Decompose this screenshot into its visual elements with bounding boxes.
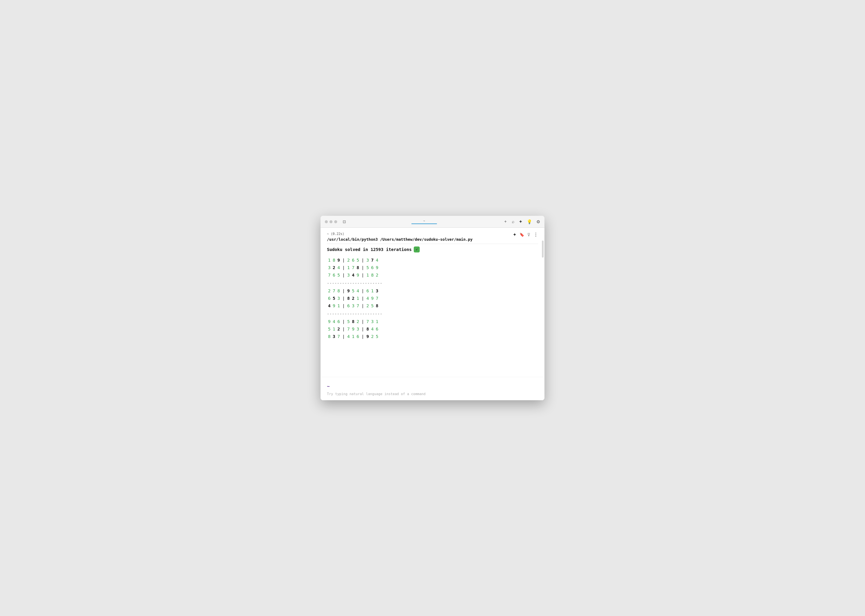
cell: 3	[327, 264, 332, 271]
cell: 1	[375, 318, 379, 325]
bookmark-icon[interactable]: 🔖	[519, 233, 524, 237]
cell: 1	[327, 257, 332, 264]
sudoku-row-2: 3 2 4 | 1 7 8 | 5 6 9	[327, 264, 538, 271]
cell: 2	[327, 288, 332, 294]
cell-pipe: |	[341, 264, 346, 271]
cell: 2	[336, 325, 341, 333]
cell: 9	[370, 295, 375, 302]
cell: 3	[375, 288, 379, 294]
cell-pipe: |	[360, 333, 365, 340]
cell: 3	[351, 302, 355, 310]
cell-pipe: |	[360, 295, 365, 302]
cell: 7	[370, 257, 375, 264]
cell-pipe: |	[360, 325, 365, 333]
cell: 4	[327, 302, 332, 310]
cell: 9	[327, 318, 332, 325]
command-text: /usr/local/bin/python3 /Users/matthew/de…	[327, 237, 473, 242]
cell: 5	[327, 325, 332, 333]
cell: 8	[370, 272, 375, 279]
cell-pipe: |	[341, 325, 346, 333]
search-icon[interactable]: ⌕	[512, 219, 514, 224]
cell: 8	[375, 302, 379, 310]
scrollbar[interactable]	[542, 240, 544, 258]
cell-pipe: |	[341, 333, 346, 340]
bulb-icon[interactable]: 💡	[527, 219, 532, 224]
prompt-symbol: ~	[327, 383, 538, 389]
cell: 5	[346, 318, 351, 325]
tab-underline	[411, 223, 437, 224]
cell: 2	[375, 272, 379, 279]
cell: 2	[351, 295, 355, 302]
minimize-button[interactable]	[329, 220, 332, 223]
cell: 5	[336, 272, 341, 279]
cell: 2	[355, 318, 360, 325]
cell: 4	[346, 333, 351, 340]
cell: 2	[365, 302, 370, 310]
active-tab[interactable]: ~	[411, 219, 437, 224]
tab-bar: ~	[349, 219, 499, 224]
sudoku-row-1: 1 8 9 | 2 6 5 | 3 7 4	[327, 257, 538, 264]
cell-pipe: |	[360, 302, 365, 310]
cell: 1	[355, 295, 360, 302]
cell: 3	[332, 333, 336, 340]
dashes-1: ----------------------	[327, 280, 538, 286]
new-tab-button[interactable]: +	[502, 218, 508, 225]
titlebar-actions: ⌕ ✦ 💡 ⚙	[512, 219, 540, 225]
cell-pipe: |	[360, 257, 365, 264]
cell-pipe: |	[341, 272, 346, 279]
cell: 7	[355, 302, 360, 310]
cell: 3	[336, 295, 341, 302]
cell: 2	[370, 333, 375, 340]
timing-text: ~ (0.22s)	[327, 232, 473, 236]
terminal-output: ~ (0.22s) /usr/local/bin/python3 /Users/…	[321, 228, 544, 377]
titlebar: ⊡ ~ + ⌕ ✦ 💡 ⚙	[321, 216, 544, 228]
sudoku-row-7: 9 4 6 | 5 8 2 | 7 3 1	[327, 318, 538, 325]
cell: 1	[336, 302, 341, 310]
filter-icon[interactable]: ⊽	[527, 232, 530, 237]
tab-label: ~	[423, 219, 425, 223]
cell: 5	[351, 288, 355, 294]
cell: 5	[375, 333, 379, 340]
cell: 1	[351, 333, 355, 340]
close-button[interactable]	[325, 220, 328, 223]
cell: 1	[365, 272, 370, 279]
cell: 3	[355, 325, 360, 333]
sudoku-row-5: 6 5 3 | 8 2 1 | 4 9 7	[327, 295, 538, 302]
cell: 1	[370, 288, 375, 294]
cell: 6	[351, 257, 355, 264]
cell: 6	[346, 302, 351, 310]
bottom-prompt-section: ~ Try typing natural language instead of…	[321, 377, 544, 400]
more-options-icon[interactable]: ⋮	[533, 232, 538, 237]
ai-sparkle-icon[interactable]: ✦	[513, 232, 516, 237]
cell: 4	[351, 272, 355, 279]
sidebar-toggle-icon[interactable]: ⊡	[343, 219, 346, 224]
cell: 8	[346, 295, 351, 302]
terminal-window: ⊡ ~ + ⌕ ✦ 💡 ⚙ ~ (0.22s) /usr/local/bin/p…	[321, 216, 544, 400]
cell: 1	[346, 264, 351, 271]
cell: 6	[355, 333, 360, 340]
cell: 7	[346, 325, 351, 333]
cell: 1	[332, 325, 336, 333]
solved-text: Sudoku solved in 12593 iterations	[327, 246, 412, 253]
cell: 9	[355, 272, 360, 279]
cell-pipe: |	[341, 302, 346, 310]
cell: 9	[332, 302, 336, 310]
settings-icon[interactable]: ⚙	[536, 219, 540, 224]
cell: 4	[370, 325, 375, 333]
cell: 8	[365, 325, 370, 333]
cell: 8	[332, 257, 336, 264]
cell-pipe: |	[341, 318, 346, 325]
cell: 5	[332, 295, 336, 302]
cell: 2	[346, 257, 351, 264]
cell: 6	[365, 288, 370, 294]
cell: 4	[336, 264, 341, 271]
cell: 5	[365, 264, 370, 271]
cell: 9	[336, 257, 341, 264]
cell: 3	[370, 318, 375, 325]
sparkle-icon[interactable]: ✦	[519, 219, 522, 225]
sudoku-row-3: 7 6 5 | 3 4 9 | 1 8 2	[327, 272, 538, 279]
maximize-button[interactable]	[334, 220, 337, 223]
cell: 7	[336, 333, 341, 340]
cell: 9	[365, 333, 370, 340]
cell: 7	[332, 288, 336, 294]
